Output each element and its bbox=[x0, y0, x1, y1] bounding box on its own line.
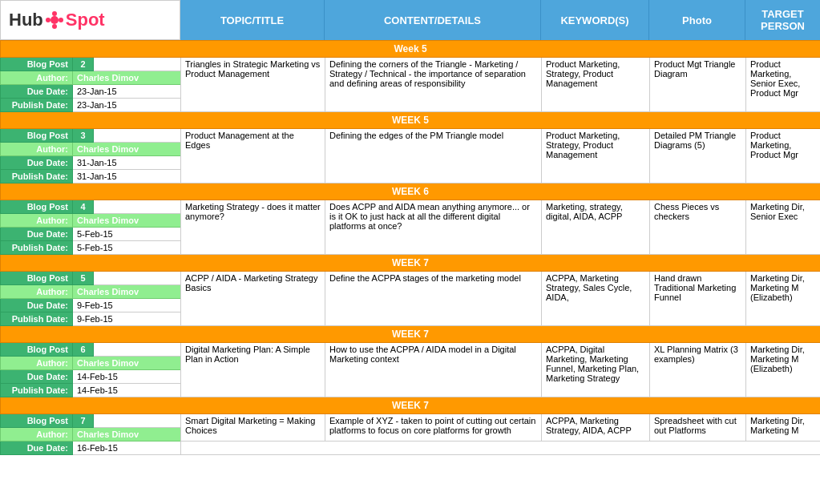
table-row: Blog Post 3 Product Management at the Ed… bbox=[1, 129, 821, 143]
header-keywords: KEYWORD(S) bbox=[541, 0, 649, 40]
svg-point-1 bbox=[52, 11, 57, 16]
table-row: Blog Post 2 Triangles in Strategic Marke… bbox=[1, 58, 821, 71]
table-row: Due Date: 16-Feb-15 bbox=[1, 442, 821, 455]
header-topic: TOPIC/TITLE bbox=[180, 0, 325, 40]
logo-spot: Spot bbox=[66, 10, 105, 30]
table-row: Blog Post 6 Digital Marketing Plan: A Si… bbox=[1, 343, 821, 357]
svg-point-2 bbox=[52, 24, 57, 29]
table-header: TOPIC/TITLE CONTENT/DETAILS KEYWORD(S) P… bbox=[180, 0, 820, 40]
table-row: Blog Post 7 Smart Digital Marketing = Ma… bbox=[1, 414, 821, 428]
header-content: CONTENT/DETAILS bbox=[325, 0, 541, 40]
week-header-5: WEEK 7 bbox=[1, 326, 821, 343]
table-row: Blog Post 4 Marketing Strategy - does it… bbox=[1, 200, 821, 214]
week-header-1: Week 5 bbox=[1, 41, 821, 58]
week-header-6: WEEK 7 bbox=[1, 397, 821, 414]
table-row: Blog Post 5 ACPP / AIDA - Marketing Stra… bbox=[1, 272, 821, 285]
logo-area: Hub Spot bbox=[0, 0, 180, 40]
week-header-4: WEEK 7 bbox=[1, 255, 821, 272]
svg-point-4 bbox=[59, 18, 63, 22]
week-header-3: WEEK 6 bbox=[1, 183, 821, 200]
logo-hub: Hub bbox=[9, 10, 43, 30]
week-header-2: WEEK 5 bbox=[1, 112, 821, 129]
hubspot-icon bbox=[44, 10, 65, 30]
svg-point-3 bbox=[46, 18, 50, 22]
header-target: TARGET PERSON bbox=[745, 0, 820, 40]
svg-point-0 bbox=[50, 16, 59, 24]
table-body: Week 5 Blog Post 2 Triangles in Strategi… bbox=[0, 40, 820, 504]
header-photo: Photo bbox=[649, 0, 745, 40]
logo: Hub Spot bbox=[9, 10, 105, 30]
